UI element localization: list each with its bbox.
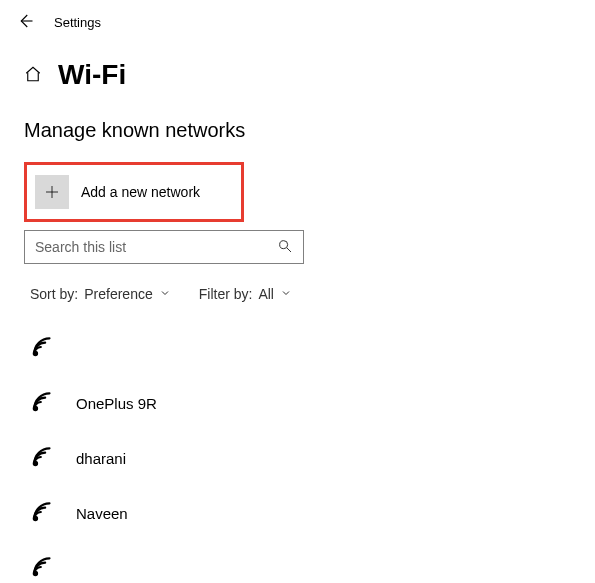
wifi-icon xyxy=(30,334,56,363)
plus-icon xyxy=(35,175,69,209)
chevron-down-icon xyxy=(159,286,171,302)
svg-point-2 xyxy=(34,407,37,410)
network-item[interactable] xyxy=(30,326,583,381)
sort-by-dropdown[interactable]: Sort by: Preference xyxy=(30,286,171,302)
filter-label: Filter by: xyxy=(199,286,253,302)
home-icon[interactable] xyxy=(24,65,42,86)
filter-value: All xyxy=(258,286,274,302)
network-name: Naveen xyxy=(76,505,128,522)
wifi-icon xyxy=(30,499,56,528)
svg-point-1 xyxy=(34,352,37,355)
wifi-icon xyxy=(30,554,56,583)
back-icon[interactable] xyxy=(16,12,34,33)
svg-point-3 xyxy=(34,462,37,465)
sort-value: Preference xyxy=(84,286,152,302)
network-name: dharani xyxy=(76,450,126,467)
chevron-down-icon xyxy=(280,286,292,302)
network-list: OnePlus 9R dharani Naveen xyxy=(0,312,595,583)
network-item[interactable] xyxy=(30,546,583,583)
network-name: OnePlus 9R xyxy=(76,395,157,412)
add-network-label: Add a new network xyxy=(81,184,200,200)
page-title: Wi-Fi xyxy=(58,59,126,91)
search-icon xyxy=(277,238,293,257)
svg-point-5 xyxy=(34,572,37,575)
wifi-icon xyxy=(30,444,56,473)
network-item[interactable]: dharani xyxy=(30,436,583,491)
filter-by-dropdown[interactable]: Filter by: All xyxy=(199,286,292,302)
svg-point-4 xyxy=(34,517,37,520)
svg-point-0 xyxy=(280,240,288,248)
sort-label: Sort by: xyxy=(30,286,78,302)
search-input[interactable] xyxy=(35,239,277,255)
network-item[interactable]: Naveen xyxy=(30,491,583,546)
wifi-icon xyxy=(30,389,56,418)
network-item[interactable]: OnePlus 9R xyxy=(30,381,583,436)
topbar-title: Settings xyxy=(54,15,101,30)
subheading: Manage known networks xyxy=(0,101,595,152)
search-box[interactable] xyxy=(24,230,304,264)
add-network-button[interactable]: Add a new network xyxy=(24,162,244,222)
